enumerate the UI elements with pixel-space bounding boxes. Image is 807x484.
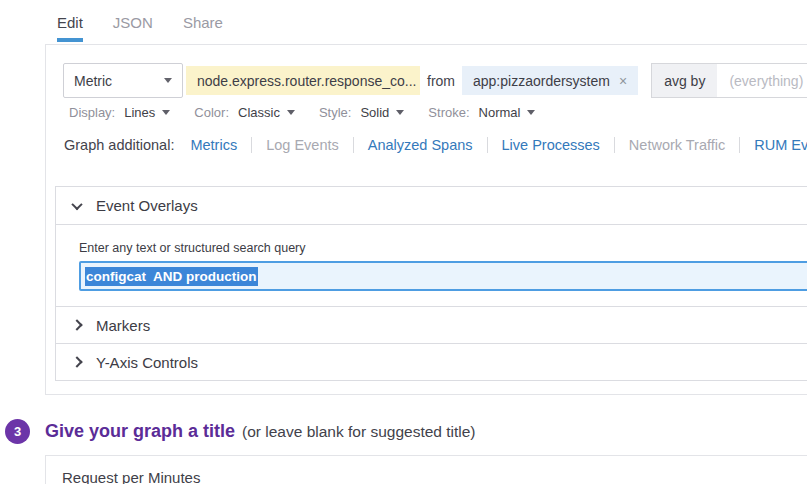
stroke-label: Stroke:: [428, 105, 469, 120]
color-label: Color:: [194, 105, 229, 120]
chevron-right-icon: [71, 356, 82, 367]
graph-editor-screen: Edit JSON Share Metric node.express.rout…: [0, 0, 807, 484]
link-network-traffic: Network Traffic: [629, 137, 725, 153]
event-search-input[interactable]: configcat AND production: [79, 261, 807, 291]
editor-tabs: Edit JSON Share: [57, 14, 223, 42]
tab-share[interactable]: Share: [183, 14, 223, 42]
divider: [739, 137, 740, 153]
chevron-down-icon: [287, 110, 295, 115]
divider: [251, 137, 252, 153]
chevron-down-icon: [527, 110, 535, 115]
metric-name-value: node.express.router.response_co...: [197, 73, 416, 89]
chevron-down-icon: [396, 110, 404, 115]
graph-additional-row: Graph additional: Metrics Log Events Ana…: [64, 137, 807, 153]
section-event-overlays[interactable]: Event Overlays: [56, 187, 807, 224]
section-markers[interactable]: Markers: [56, 306, 807, 343]
graph-options-accordion: Event Overlays Enter any text or structu…: [55, 186, 807, 381]
tab-edit[interactable]: Edit: [57, 14, 83, 42]
color-dropdown[interactable]: Color: Classic: [194, 105, 295, 120]
event-search-value-selected: configcat AND production: [85, 267, 258, 286]
aggregator-button[interactable]: avg by: [652, 64, 717, 97]
display-options-row: Display: Lines Color: Classic Style: Sol…: [69, 105, 559, 120]
divider: [487, 137, 488, 153]
link-analyzed-spans[interactable]: Analyzed Spans: [368, 137, 473, 153]
graph-title-value: Request per Minutes: [62, 469, 807, 484]
link-metrics[interactable]: Metrics: [190, 137, 237, 153]
stroke-value: Normal: [479, 105, 521, 120]
remove-tag-icon[interactable]: ×: [619, 73, 627, 89]
filter-tag-value: app:pizzaordersystem: [473, 73, 610, 89]
query-type-value: Metric: [74, 73, 112, 89]
link-log-events: Log Events: [266, 137, 339, 153]
chevron-down-icon: [71, 198, 82, 209]
section-event-overlays-label: Event Overlays: [96, 197, 198, 214]
display-value: Lines: [124, 105, 155, 120]
style-dropdown[interactable]: Style: Solid: [319, 105, 404, 120]
display-label: Display:: [69, 105, 115, 120]
stroke-dropdown[interactable]: Stroke: Normal: [428, 105, 535, 120]
step-3-heading: 3 Give your graph a title (or leave blan…: [5, 419, 476, 444]
color-value: Classic: [238, 105, 280, 120]
chevron-right-icon: [71, 319, 82, 330]
display-dropdown[interactable]: Display: Lines: [69, 105, 170, 120]
section-y-axis-label: Y-Axis Controls: [96, 354, 198, 371]
tab-json[interactable]: JSON: [113, 14, 153, 42]
filter-tag-chip[interactable]: app:pizzaordersystem ×: [462, 66, 638, 95]
step-number-badge: 3: [5, 419, 30, 444]
step-title: Give your graph a title: [45, 421, 235, 442]
query-type-select[interactable]: Metric: [63, 63, 183, 98]
divider: [614, 137, 615, 153]
from-label: from: [420, 73, 462, 89]
style-label: Style:: [319, 105, 352, 120]
divider: [353, 137, 354, 153]
event-search-label: Enter any text or structured search quer…: [79, 241, 807, 255]
section-markers-label: Markers: [96, 317, 150, 334]
link-rum-events[interactable]: RUM Events: [754, 137, 807, 153]
step-subtitle: (or leave blank for suggested title): [242, 423, 475, 441]
aggregator-value: avg by: [664, 73, 705, 89]
metric-name-field[interactable]: node.express.router.response_co...: [186, 66, 420, 95]
style-value: Solid: [360, 105, 389, 120]
graph-additional-label: Graph additional:: [64, 137, 174, 153]
chevron-down-icon: [162, 110, 170, 115]
link-live-processes[interactable]: Live Processes: [502, 137, 600, 153]
event-overlays-body: Enter any text or structured search quer…: [56, 224, 807, 306]
aggregation-group: avg by (everything) as: [651, 63, 807, 98]
section-y-axis-controls[interactable]: Y-Axis Controls: [56, 343, 807, 380]
chevron-down-icon: [164, 78, 172, 83]
group-by-input[interactable]: (everything): [717, 64, 807, 97]
query-scope-group: node.express.router.response_co... from …: [186, 63, 638, 98]
graph-editor-panel: Metric node.express.router.response_co..…: [45, 44, 807, 395]
group-by-placeholder: (everything): [729, 73, 803, 89]
graph-title-panel[interactable]: Request per Minutes: [45, 455, 807, 484]
metric-query-row: Metric node.express.router.response_co..…: [63, 63, 807, 98]
